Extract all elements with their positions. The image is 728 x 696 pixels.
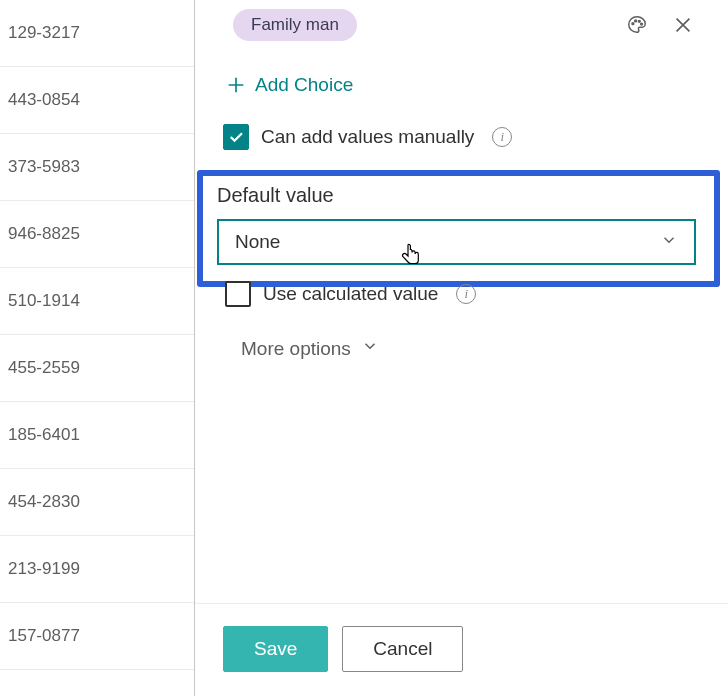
cell-value: 443-0854 (8, 90, 80, 110)
table-row[interactable]: 454-2830 (0, 469, 194, 536)
more-options-label: More options (241, 338, 351, 360)
cursor-hand-icon (399, 243, 423, 269)
use-calculated-row: Use calculated value i (223, 281, 700, 307)
default-value-selected: None (235, 231, 280, 253)
can-add-values-label: Can add values manually (261, 126, 474, 148)
more-options-toggle[interactable]: More options (223, 337, 700, 360)
panel-footer: Save Cancel (195, 603, 728, 696)
cell-value: 455-2559 (8, 358, 80, 378)
cell-value: 185-6401 (8, 425, 80, 445)
cell-value: 373-5983 (8, 157, 80, 177)
data-list-column: 129-3217 443-0854 373-5983 946-8825 510-… (0, 0, 195, 696)
cancel-button-label: Cancel (373, 638, 432, 660)
cell-value: 129-3217 (8, 23, 80, 43)
add-choice-label: Add Choice (255, 74, 353, 96)
table-row[interactable]: 373-5983 (0, 134, 194, 201)
table-row[interactable]: 157-0877 (0, 603, 194, 670)
panel-body: Family man Add Choice (195, 0, 728, 603)
table-row[interactable]: 946-8825 (0, 201, 194, 268)
cancel-button[interactable]: Cancel (342, 626, 463, 672)
choice-chip[interactable]: Family man (233, 9, 357, 41)
save-button[interactable]: Save (223, 626, 328, 672)
close-button[interactable] (666, 8, 700, 42)
table-row[interactable]: 510-1914 (0, 268, 194, 335)
cell-value: 510-1914 (8, 291, 80, 311)
table-row[interactable]: 213-9199 (0, 536, 194, 603)
default-value-label: Default value (217, 184, 696, 207)
check-icon (227, 128, 245, 146)
add-choice-button[interactable]: Add Choice (223, 74, 700, 96)
chevron-down-icon (660, 231, 678, 254)
save-button-label: Save (254, 638, 297, 660)
cell-value: 946-8825 (8, 224, 80, 244)
svg-point-1 (635, 20, 637, 22)
cell-value: 213-9199 (8, 559, 80, 579)
table-row[interactable]: 185-6401 (0, 402, 194, 469)
table-row[interactable]: 443-0854 (0, 67, 194, 134)
chevron-down-icon (361, 337, 379, 360)
cell-value: 454-2830 (8, 492, 80, 512)
choice-chip-row: Family man (223, 8, 700, 42)
can-add-values-row: Can add values manually i (223, 124, 700, 150)
info-icon[interactable]: i (492, 127, 512, 147)
use-calculated-checkbox[interactable] (225, 281, 251, 307)
svg-point-0 (632, 23, 634, 25)
palette-button[interactable] (620, 8, 654, 42)
column-settings-panel: Family man Add Choice (195, 0, 728, 696)
default-value-select[interactable]: None (217, 219, 696, 265)
table-row[interactable]: 129-3217 (0, 0, 194, 67)
can-add-values-checkbox[interactable] (223, 124, 249, 150)
plus-icon (225, 74, 247, 96)
svg-point-3 (641, 23, 643, 25)
palette-icon (626, 14, 648, 36)
svg-point-2 (638, 20, 640, 22)
default-value-highlight: Default value None (197, 170, 720, 287)
table-row[interactable]: 455-2559 (0, 335, 194, 402)
close-icon (672, 14, 694, 36)
use-calculated-label: Use calculated value (263, 283, 438, 305)
info-icon[interactable]: i (456, 284, 476, 304)
cell-value: 157-0877 (8, 626, 80, 646)
